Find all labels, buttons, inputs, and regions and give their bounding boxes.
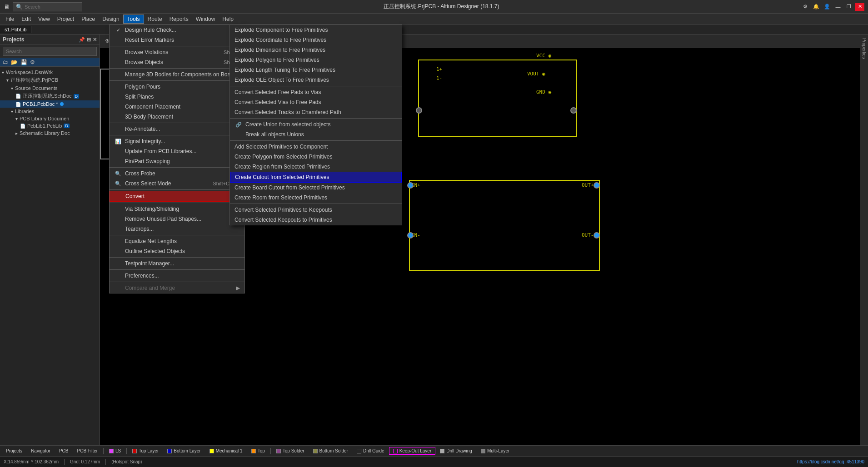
menu-route[interactable]: Route (144, 15, 166, 23)
create-region-label: Create Region from Selected Primitives (234, 164, 330, 170)
menu-equalize-net[interactable]: Equalize Net Lengths (110, 236, 244, 246)
menu-testpoint[interactable]: Testpoint Manager... (110, 258, 244, 268)
tab-ls[interactable]: LS (105, 447, 125, 455)
tab-mechanical-1[interactable]: Mechanical 1 (205, 447, 247, 455)
menu-cross-select[interactable]: 🔍 Cross Select Mode Shift+Ctrl+X (110, 179, 244, 189)
panel-pin-button[interactable]: 📌 (79, 37, 85, 43)
tab-projects-bottom[interactable]: Projects (2, 447, 26, 455)
new-project-button[interactable]: 🗂 (3, 59, 8, 65)
tab-top-layer[interactable]: Top Layer (128, 447, 163, 455)
menu-help[interactable]: Help (219, 15, 237, 23)
menu-3d-body-placement[interactable]: 3D Body Placement ▶ (110, 112, 244, 122)
menu-polygon-pours[interactable]: Polygon Pours ▶ (110, 82, 244, 92)
menu-manage-3d[interactable]: Manage 3D Bodies for Components on Board… (110, 70, 244, 79)
tree-pcblib[interactable]: 📄 PcbLib1.PcbLib D (0, 122, 100, 129)
menu-reports[interactable]: Reports (166, 15, 192, 23)
panel-close-button[interactable]: ✕ (93, 37, 97, 43)
status-snap: (Hotspot Snap) (111, 459, 142, 464)
pin-swap-label: Pin/Part Swapping (125, 158, 170, 164)
menu-signal-integrity[interactable]: 📊 Signal Integrity... (110, 136, 244, 146)
menu-explode-polygon[interactable]: Explode Polygon to Free Primitives (230, 55, 402, 65)
menu-browse-objects[interactable]: Browse Objects Shift+X (110, 57, 244, 67)
notification-button[interactable]: 🔔 (812, 3, 821, 11)
tree-libraries[interactable]: ▾ Libraries (0, 108, 100, 115)
menu-convert-keepouts-to-primitives[interactable]: Convert Selected Keepouts to Primitives (230, 215, 402, 225)
menu-convert-vias-to-pads[interactable]: Convert Selected Vias to Free Pads (230, 97, 402, 107)
menu-edit[interactable]: Edit (18, 15, 35, 23)
tab-multi-layer[interactable]: Multi-Layer (477, 447, 514, 455)
menu-design-rule-check[interactable]: ✓ Design Rule Check... (110, 25, 244, 35)
menu-convert-pads-to-vias[interactable]: Convert Selected Free Pads to Vias (230, 87, 402, 97)
menu-tools[interactable]: Tools (123, 15, 144, 24)
menu-explode-coordinate[interactable]: Explode Coordinate to Free Primitives (230, 35, 402, 45)
menu-create-union[interactable]: 🔗 Create Union from selected objects (230, 119, 402, 129)
menu-reset-error-markers[interactable]: Reset Error Markers (110, 35, 244, 45)
menu-add-primitives-component[interactable]: Add Selected Primitives to Component (230, 142, 402, 152)
menu-component-placement[interactable]: Component Placement ▶ (110, 102, 244, 112)
convert-sep-2 (230, 118, 402, 119)
menu-view[interactable]: View (35, 15, 54, 23)
menu-pin-part-swapping[interactable]: Pin/Part Swapping ▶ (110, 156, 244, 166)
menu-create-board-cutout[interactable]: Create Board Cutout from Selected Primit… (230, 183, 402, 193)
tab-keepout[interactable]: Keep-Out Layer (389, 447, 436, 455)
tab-top-solder[interactable]: Top Solder (272, 447, 309, 455)
tree-workspace[interactable]: ▾ Workspace1.DsnWrk (0, 69, 100, 76)
menu-convert-to-keepouts[interactable]: Convert Selected Primitives to Keepouts (230, 205, 402, 215)
close-button[interactable]: ✕ (855, 3, 864, 11)
tab-top[interactable]: Top (247, 447, 269, 455)
title-search-input[interactable] (25, 4, 79, 10)
menu-preferences[interactable]: Preferences... (110, 271, 244, 281)
minimize-button[interactable]: — (833, 3, 843, 11)
menu-update-from-pcb[interactable]: Update From PCB Libraries... (110, 146, 244, 156)
user-button[interactable]: 👤 (823, 3, 832, 11)
menu-create-polygon[interactable]: Create Polygon from Selected Primitives (230, 152, 402, 162)
menu-cross-probe[interactable]: 🔍 Cross Probe (110, 169, 244, 179)
tab-pcb[interactable]: PCB (55, 447, 73, 455)
tab-drill-guide[interactable]: Drill Guide (353, 447, 389, 455)
menu-browse-violations[interactable]: Browse Violations Shift+V (110, 47, 244, 57)
panel-float-button[interactable]: ⊞ (87, 37, 91, 43)
search-input[interactable] (3, 47, 97, 56)
tab-bottom-layer[interactable]: Bottom Layer (163, 447, 205, 455)
menu-explode-component[interactable]: Explode Component to Free Primitives (230, 25, 402, 35)
menu-window[interactable]: Window (192, 15, 219, 23)
menu-place[interactable]: Place (78, 15, 99, 23)
menu-teardrops[interactable]: Teardrops... (110, 224, 244, 234)
project-label: 正压控制系统.PrjPCB (10, 77, 58, 84)
open-project-button[interactable]: 📂 (11, 59, 18, 65)
menu-convert-tracks-chamfered[interactable]: Convert Selected Tracks to Chamfered Pat… (230, 107, 402, 117)
menu-create-cutout[interactable]: Create Cutout from Selected Primitives (230, 172, 402, 183)
menu-re-annotate[interactable]: Re-Annotate... (110, 124, 244, 134)
tree-schdoc[interactable]: 📄 正压控制系统.SchDoc D (0, 92, 100, 100)
tree-pcb-library[interactable]: ▾ PCB Library Documen (0, 115, 100, 122)
menu-break-unions[interactable]: Break all objects Unions (230, 129, 402, 139)
title-bar-search[interactable]: 🔍 (13, 2, 82, 11)
tab-pcb-filter[interactable]: PCB Filter (73, 447, 102, 455)
tree-source-documents[interactable]: ▾ Source Documents (0, 84, 100, 92)
menu-remove-unused-pads[interactable]: Remove Unused Pad Shapes... (110, 214, 244, 224)
tab-bottom-solder[interactable]: Bottom Solder (309, 447, 352, 455)
tab-pcblib[interactable]: s1.PcbLib (0, 26, 31, 33)
menu-convert[interactable]: Convert ▶ (110, 191, 244, 202)
menu-via-stitching[interactable]: Via Stitching/Shielding ▶ (110, 204, 244, 214)
menu-explode-dimension[interactable]: Explode Dimension to Free Primitives (230, 45, 402, 55)
status-bar: X:14.859mm Y:102.362mm Grid: 0.127mm (Ho… (0, 456, 868, 467)
tab-drill-drawing[interactable]: Drill Drawing (436, 447, 476, 455)
tree-pcbdoc[interactable]: 📄 PCB1.PcbDoc * (0, 100, 100, 108)
menu-explode-length-tuning[interactable]: Explode Length Tuning To Free Primitives (230, 65, 402, 75)
restore-button[interactable]: ❐ (844, 3, 853, 11)
tree-project[interactable]: ▾ 正压控制系统.PrjPCB (0, 76, 100, 84)
settings-button[interactable]: ⚙ (801, 3, 810, 11)
tab-navigator[interactable]: Navigator (27, 447, 55, 455)
save-button[interactable]: 💾 (20, 59, 27, 65)
menu-outline-selected[interactable]: Outline Selected Objects (110, 246, 244, 256)
menu-file[interactable]: File (2, 15, 18, 23)
settings-project-button[interactable]: ⚙ (30, 59, 35, 65)
menu-create-region[interactable]: Create Region from Selected Primitives (230, 162, 402, 172)
tree-schlib[interactable]: ▸ Schematic Library Doc (0, 129, 100, 137)
menu-design[interactable]: Design (99, 15, 123, 23)
menu-split-planes[interactable]: Split Planes ▶ (110, 92, 244, 102)
menu-create-room[interactable]: Create Room from Selected Primitives (230, 193, 402, 203)
menu-explode-ole[interactable]: Explode OLE Object To Free Primitives (230, 75, 402, 85)
menu-project[interactable]: Project (54, 15, 78, 23)
